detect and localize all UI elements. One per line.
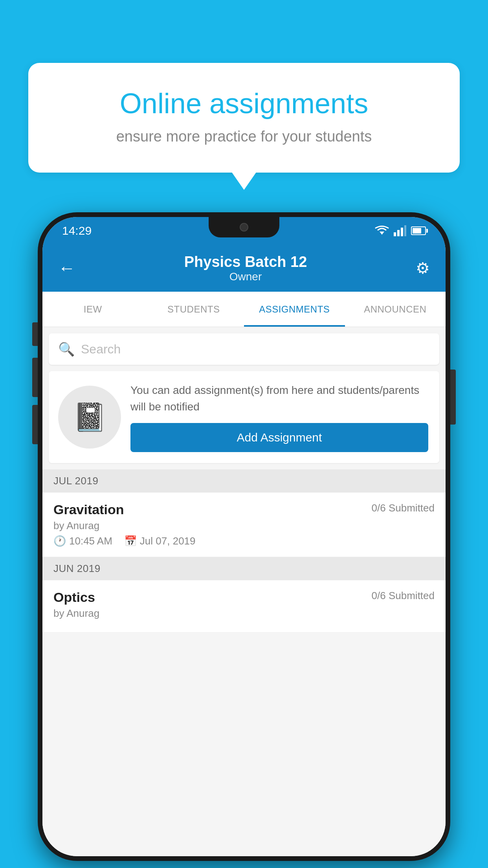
assignment-submitted-optics: 0/6 Submitted — [372, 590, 435, 602]
bubble-title: Online assignments — [56, 86, 432, 120]
clock-icon: 🕐 — [53, 535, 66, 547]
search-placeholder: Search — [81, 342, 430, 357]
search-bar[interactable]: 🔍 Search — [49, 333, 439, 365]
promo-bubble: Online assignments ensure more practice … — [28, 63, 460, 173]
svg-rect-1 — [394, 232, 396, 236]
tab-assignments[interactable]: ASSIGNMENTS — [244, 292, 345, 327]
add-assignment-button[interactable]: Add Assignment — [130, 423, 428, 452]
app-bar-title-section: Physics Batch 12 Owner — [79, 254, 412, 283]
tab-students[interactable]: STUDENTS — [143, 292, 244, 327]
phone-screen: 14:29 — [42, 217, 446, 856]
app-bar-subtitle: Owner — [79, 270, 412, 283]
gear-icon[interactable]: ⚙ — [412, 255, 434, 281]
svg-marker-0 — [380, 232, 384, 235]
app-bar: ← Physics Batch 12 Owner ⚙ — [42, 245, 446, 292]
side-button-2 — [32, 358, 38, 397]
promo-content: You can add assignment(s) from here and … — [130, 382, 428, 452]
tabs-bar: IEW STUDENTS ASSIGNMENTS ANNOUNCEN — [42, 292, 446, 327]
tab-overview[interactable]: IEW — [42, 292, 143, 327]
side-button-right — [450, 370, 456, 425]
tab-announcements[interactable]: ANNOUNCEN — [345, 292, 446, 327]
signal-icon — [394, 225, 406, 236]
assignment-row-top: Gravitation 0/6 Submitted — [53, 502, 435, 517]
search-icon: 🔍 — [58, 341, 75, 357]
side-button-3 — [32, 405, 38, 444]
status-time: 14:29 — [62, 224, 92, 237]
svg-rect-2 — [397, 230, 400, 236]
assignment-name: Gravitation — [53, 502, 124, 517]
battery-icon — [411, 226, 426, 235]
camera — [240, 223, 248, 232]
assignment-row-top-2: Optics 0/6 Submitted — [53, 590, 435, 605]
svg-rect-3 — [401, 228, 403, 236]
promo-card: 📓 You can add assignment(s) from here an… — [49, 371, 439, 463]
assignment-date: Jul 07, 2019 — [140, 535, 196, 547]
assignment-item-optics[interactable]: Optics 0/6 Submitted by Anurag — [42, 580, 446, 633]
meta-time: 🕐 10:45 AM — [53, 535, 112, 547]
assignment-time: 10:45 AM — [69, 535, 112, 547]
promo-description: You can add assignment(s) from here and … — [130, 382, 428, 415]
assignment-item-gravitation[interactable]: Gravitation 0/6 Submitted by Anurag 🕐 10… — [42, 493, 446, 557]
content-area: 🔍 Search 📓 You can add assignment(s) fro… — [42, 327, 446, 856]
phone-notch — [209, 217, 279, 237]
app-bar-title: Physics Batch 12 — [79, 254, 412, 270]
phone-mockup: 14:29 — [38, 212, 450, 861]
assignment-meta: 🕐 10:45 AM 📅 Jul 07, 2019 — [53, 535, 435, 547]
notebook-icon: 📓 — [73, 401, 107, 433]
assignment-name-optics: Optics — [53, 590, 95, 605]
bubble-card: Online assignments ensure more practice … — [28, 63, 460, 173]
svg-rect-4 — [404, 225, 406, 236]
assignment-submitted: 0/6 Submitted — [372, 502, 435, 514]
wifi-icon — [375, 225, 389, 236]
meta-date: 📅 Jul 07, 2019 — [124, 535, 196, 547]
back-button[interactable]: ← — [54, 254, 79, 282]
assignment-author-optics: by Anurag — [53, 607, 435, 620]
promo-icon-circle: 📓 — [58, 386, 121, 449]
section-header-jul: JUL 2019 — [42, 469, 446, 493]
status-icons — [375, 225, 426, 236]
section-header-jun: JUN 2019 — [42, 557, 446, 580]
side-button-1 — [32, 322, 38, 346]
calendar-icon: 📅 — [124, 535, 137, 547]
bubble-subtitle: ensure more practice for your students — [56, 128, 432, 145]
phone-body: 14:29 — [38, 212, 450, 861]
assignment-author: by Anurag — [53, 520, 435, 532]
